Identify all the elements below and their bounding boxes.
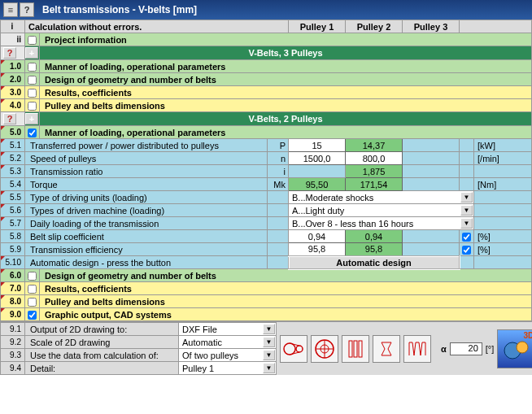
svg-rect-8	[349, 341, 352, 357]
svg-rect-10	[359, 341, 362, 357]
select-detail[interactable]: Pulley 1▼	[179, 362, 277, 375]
checkbox-9-0[interactable]	[28, 311, 37, 320]
cad-pulley-side-icon[interactable]	[342, 335, 369, 363]
chevron-down-icon[interactable]: ▼	[460, 205, 473, 216]
svg-point-12	[517, 342, 528, 353]
alpha-input[interactable]: 20	[450, 342, 482, 355]
checkbox-3-0[interactable]	[28, 89, 37, 98]
svg-rect-9	[354, 341, 357, 357]
value-eff-p2: 95,8	[346, 243, 403, 256]
chevron-down-icon[interactable]: ▼	[263, 337, 275, 347]
select-scale[interactable]: Automatic▼	[179, 336, 277, 349]
automatic-design-button[interactable]: Automatic design	[289, 256, 460, 269]
checkbox-2-0[interactable]	[28, 76, 37, 85]
titlebar: ≡ ? Belt transmissions - V-belts [mm]	[0, 0, 532, 20]
pulley2-header: Pulley 2	[346, 20, 403, 33]
chevron-down-icon[interactable]: ▼	[263, 350, 275, 360]
checkbox-8-0[interactable]	[28, 298, 37, 307]
chevron-down-icon[interactable]: ▼	[460, 192, 473, 203]
checkbox-5-0[interactable]	[28, 129, 37, 137]
value-torque-p2: 171,54	[346, 178, 403, 191]
input-slip-p1[interactable]: 0,94	[289, 230, 346, 243]
row-1-0[interactable]: 1.0 Manner of loading, operational param…	[1, 60, 532, 73]
row-4-0[interactable]: 4.0 Pulley and belts dimensions	[1, 99, 532, 112]
input-speed-p1[interactable]: 1500,0	[289, 152, 346, 165]
row-5-1: 5.1 Transferred power / power distribute…	[1, 139, 532, 152]
input-eff-p1[interactable]: 95,8	[289, 243, 346, 256]
row-8-0[interactable]: 8.0 Pulley and belts dimensions	[1, 295, 532, 308]
svg-point-0	[284, 343, 295, 355]
expand-button[interactable]: +	[25, 113, 38, 124]
checkbox-7-0[interactable]	[28, 285, 37, 294]
status-text: Calculation without errors.	[25, 20, 289, 33]
row-6-0[interactable]: 6.0 Design of geometry and number of bel…	[1, 269, 532, 282]
value-ratio: 1,875	[346, 165, 403, 178]
row-2-0[interactable]: 2.0 Design of geometry and number of bel…	[1, 73, 532, 86]
expand-button[interactable]: +	[25, 47, 38, 59]
help-button[interactable]: ?	[3, 113, 16, 124]
gear-3d-icon[interactable]: 3D	[497, 329, 532, 368]
row-5-8: 5.8 Belt slip coefficient 0,94 0,94 [%]	[1, 230, 532, 243]
select-daily-loading[interactable]: B...Over 8 - less than 16 hours▼	[289, 217, 474, 230]
row-5-9: 5.9 Transmission efficiency 95,8 95,8 [%…	[1, 243, 532, 256]
checkbox-slip[interactable]	[462, 233, 471, 242]
checkbox-4-0[interactable]	[28, 102, 37, 111]
input-speed-p2[interactable]: 800,0	[346, 152, 403, 165]
header-row: i Calculation without errors. Pulley 1 P…	[1, 20, 532, 33]
checkbox-eff[interactable]	[462, 246, 471, 255]
cad-groove-icon[interactable]	[403, 335, 431, 363]
select-output[interactable]: DXF File▼	[179, 323, 277, 336]
row-5-3: 5.3 Transmission ratio i 1,875	[1, 165, 532, 178]
chevron-down-icon[interactable]: ▼	[263, 363, 275, 373]
value-torque-p1: 95,50	[289, 178, 346, 191]
window-title: Belt transmissions - V-belts [mm]	[42, 4, 197, 15]
help-button[interactable]: ?	[3, 47, 16, 59]
input-power-p1[interactable]: 15	[289, 139, 346, 152]
select-driving-units[interactable]: B...Moderate shocks▼	[289, 191, 474, 204]
cad-pulley-front-icon[interactable]	[311, 335, 338, 363]
select-calc-data[interactable]: Of two pulleys▼	[179, 349, 277, 362]
row-5-7: 5.7 Daily loading of the transmission B.…	[1, 217, 532, 230]
svg-point-1	[296, 346, 303, 352]
row-9-0[interactable]: 9.0 Graphic output, CAD systems	[1, 308, 532, 321]
main-grid: i Calculation without errors. Pulley 1 P…	[0, 20, 532, 321]
menu-icon[interactable]: ≡	[3, 2, 18, 17]
section-3pulleys: ? + V-Belts, 3 Pulleys	[1, 46, 532, 60]
section-2pulleys: ? + V-Belts, 2 Pulleys	[1, 112, 532, 126]
cad-section-icon[interactable]	[373, 335, 400, 363]
project-info-row[interactable]: ii Project information	[1, 33, 532, 46]
row-5-0[interactable]: 5.0 Manner of loading, operational param…	[1, 126, 532, 139]
row-5-10: 5.10 Automatic design - press the button…	[1, 256, 532, 269]
cad-assy-icon[interactable]	[280, 335, 307, 363]
row-3-0[interactable]: 3.0 Results, coefficients	[1, 86, 532, 99]
checkbox-6-0[interactable]	[28, 272, 37, 281]
row-5-5: 5.5 Type of driving units (loading) B...…	[1, 191, 532, 204]
value-power-p2: 14,37	[346, 139, 403, 152]
pulley1-header: Pulley 1	[289, 20, 346, 33]
chevron-down-icon[interactable]: ▼	[263, 324, 275, 334]
pulley3-header: Pulley 3	[403, 20, 460, 33]
row-5-2: 5.2 Speed of pulleys n 1500,0 800,0 [/mi…	[1, 152, 532, 165]
select-driven-machine[interactable]: A...Light duty▼	[289, 204, 474, 217]
cad-bar: 9.1 Output of 2D drawing to: DXF File▼ 9…	[0, 321, 532, 375]
help-icon[interactable]: ?	[20, 2, 34, 17]
value-slip-p2: 0,94	[346, 230, 403, 243]
row-7-0[interactable]: 7.0 Results, coefficients	[1, 282, 532, 295]
chevron-down-icon[interactable]: ▼	[460, 218, 473, 229]
checkbox-1-0[interactable]	[28, 63, 37, 72]
alpha-input-group: α 20 [°]	[441, 342, 494, 355]
row-5-6: 5.6 Types of driven machine (loading) A.…	[1, 204, 532, 217]
row-5-4: 5.4 Torque Mk 95,50 171,54 [Nm]	[1, 178, 532, 191]
project-info-checkbox[interactable]	[28, 36, 37, 45]
